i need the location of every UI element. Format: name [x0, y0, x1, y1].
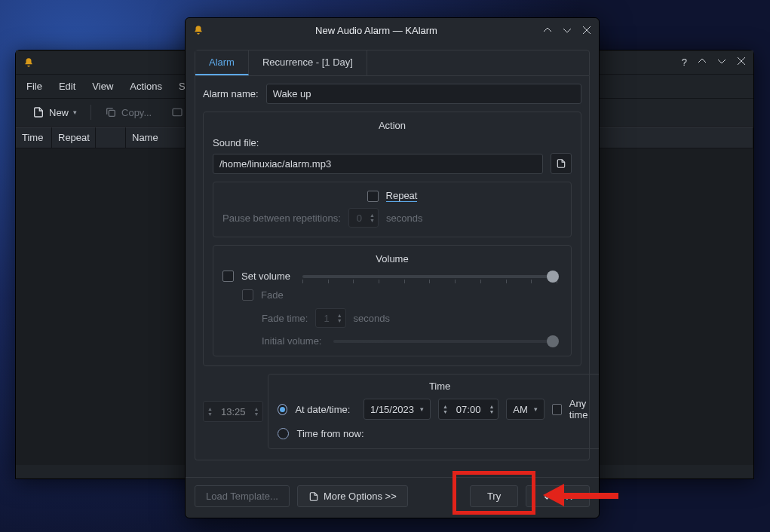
ampm-combo[interactable]: AM ▾	[506, 399, 545, 420]
dialog-footer: Load Template... More Options >> Try OK	[186, 477, 599, 518]
load-template-button: Load Template...	[195, 485, 290, 507]
volume-group: Volume Set volume Fade Fade	[213, 245, 572, 356]
now-time-spinner: ▲▼ 13:25 ▲▼	[203, 401, 263, 422]
at-datetime-radio[interactable]	[278, 404, 287, 415]
ok-button[interactable]: OK	[526, 485, 590, 507]
keep-above-icon[interactable]	[563, 26, 572, 35]
close-icon[interactable]	[582, 26, 591, 35]
new-button[interactable]: New ▾	[26, 103, 83, 121]
copy-button: Copy...	[99, 103, 158, 121]
action-title: Action	[213, 120, 572, 131]
fade-label: Fade	[261, 289, 284, 301]
pause-spinner: 0 ▲▼	[348, 208, 379, 228]
pause-unit: seconds	[386, 212, 422, 224]
new-audio-alarm-dialog: New Audio Alarm — KAlarm Alarm Recurrenc…	[185, 17, 600, 518]
browse-file-button[interactable]	[551, 153, 572, 174]
fade-checkbox	[242, 289, 253, 301]
fade-time-label: Fade time:	[262, 313, 308, 324]
date-combo[interactable]: 1/15/2023 ▾	[364, 399, 431, 420]
menu-file[interactable]: File	[26, 81, 42, 92]
help-icon[interactable]: ?	[682, 57, 687, 68]
time-from-now-radio[interactable]	[278, 428, 289, 439]
alarm-name-label: Alarm name:	[203, 88, 259, 99]
action-group: Action Sound file: Repeat Pause betwee	[203, 112, 581, 366]
column-time[interactable]: Time	[16, 127, 52, 148]
repeat-label: Repeat	[386, 190, 418, 202]
bell-icon	[23, 57, 34, 68]
menu-actions[interactable]: Actions	[130, 81, 162, 92]
shade-icon[interactable]	[543, 26, 552, 35]
set-volume-label: Set volume	[241, 271, 290, 282]
column-repeat[interactable]: Repeat	[52, 127, 96, 148]
column-empty[interactable]	[96, 127, 126, 148]
time-group: Time At date/time: 1/15/2023 ▾ ▲▼ 07:00 …	[268, 374, 599, 449]
menu-edit[interactable]: Edit	[59, 81, 75, 92]
svg-rect-1	[173, 109, 182, 115]
dialog-title: New Audio Alarm — KAlarm	[210, 25, 543, 36]
anytime-label: Any time	[569, 398, 599, 420]
time-title: Time	[278, 381, 599, 392]
initial-volume-label: Initial volume:	[262, 335, 321, 347]
sound-file-label: Sound file:	[213, 137, 572, 148]
time-from-now-label: Time from now:	[296, 428, 364, 439]
initial-volume-slider	[333, 340, 557, 343]
chevron-down-icon: ▾	[73, 109, 77, 116]
volume-title: Volume	[222, 253, 562, 264]
alarm-name-input[interactable]	[266, 84, 581, 104]
time-spinner[interactable]: ▲▼ 07:00 ▲▼	[438, 399, 499, 420]
more-options-button[interactable]: More Options >>	[297, 485, 408, 507]
menu-view[interactable]: View	[92, 81, 113, 92]
set-volume-checkbox[interactable]	[222, 271, 234, 282]
bell-icon	[193, 25, 204, 35]
anytime-checkbox[interactable]	[552, 404, 562, 415]
minimize-icon[interactable]	[698, 57, 707, 68]
at-datetime-label: At date/time:	[295, 404, 356, 415]
volume-slider[interactable]	[302, 275, 557, 278]
fade-time-unit: seconds	[354, 313, 390, 324]
repeat-checkbox[interactable]	[367, 191, 379, 202]
tabs: Alarm Recurrence - [1 Day]	[195, 50, 590, 76]
dialog-titlebar: New Audio Alarm — KAlarm	[186, 18, 599, 42]
fade-time-spinner: 1 ▲▼	[315, 308, 345, 328]
close-icon[interactable]	[737, 57, 746, 68]
sound-file-input[interactable]	[213, 154, 543, 174]
tab-recurrence[interactable]: Recurrence - [1 Day]	[249, 50, 367, 75]
try-button[interactable]: Try	[470, 485, 518, 507]
maximize-icon[interactable]	[717, 57, 726, 68]
repeat-group: Repeat Pause between repetitions: 0 ▲▼ s…	[213, 182, 572, 237]
tab-alarm[interactable]: Alarm	[195, 50, 249, 75]
svg-rect-0	[109, 110, 115, 116]
pause-label: Pause between repetitions:	[222, 212, 341, 224]
